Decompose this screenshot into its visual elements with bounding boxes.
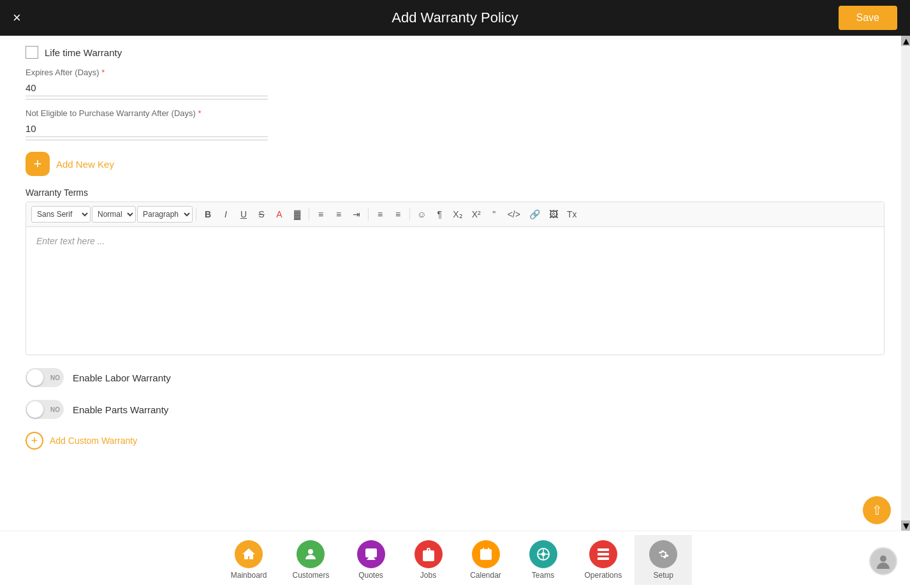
close-button[interactable]: × bbox=[13, 11, 21, 25]
font-color-button[interactable]: A bbox=[271, 206, 288, 223]
editor-placeholder: Enter text here ... bbox=[36, 236, 105, 246]
scroll-up-button[interactable]: ⇧ bbox=[863, 496, 891, 524]
parts-toggle-knob bbox=[27, 401, 43, 418]
scrollbar-track: ▲ ▼ bbox=[901, 36, 910, 531]
labor-warranty-row: NO Enable Labor Warranty bbox=[26, 368, 884, 387]
add-custom-label: Add Custom Warranty bbox=[50, 436, 137, 446]
not-eligible-row: Not Eligible to Purchase Warranty After … bbox=[26, 108, 884, 140]
align-left-button[interactable]: ≡ bbox=[372, 206, 388, 223]
quotes-icon bbox=[357, 540, 385, 568]
svg-rect-10 bbox=[598, 557, 609, 560]
nav-label-calendar: Calendar bbox=[470, 571, 501, 580]
lifetime-warranty-checkbox[interactable] bbox=[26, 46, 38, 59]
unordered-list-button[interactable]: ≡ bbox=[330, 206, 347, 223]
svg-point-11 bbox=[880, 555, 886, 562]
customers-icon bbox=[297, 540, 325, 568]
expires-after-row: Expires After (Days) * bbox=[26, 68, 884, 99]
not-eligible-label: Not Eligible to Purchase Warranty After … bbox=[26, 108, 884, 118]
svg-rect-1 bbox=[365, 548, 377, 557]
image-button[interactable]: 🖼 bbox=[545, 206, 562, 223]
warranty-terms-label: Warranty Terms bbox=[26, 187, 884, 198]
toolbar-divider-1 bbox=[196, 208, 196, 221]
ordered-list-button[interactable]: ≡ bbox=[312, 206, 329, 223]
page-title: Add Warranty Policy bbox=[392, 10, 518, 26]
main-content: Life time Warranty Expires After (Days) … bbox=[0, 36, 910, 531]
labor-warranty-toggle[interactable]: NO bbox=[26, 368, 64, 387]
expires-after-input[interactable] bbox=[26, 80, 268, 96]
nav-label-quotes: Quotes bbox=[358, 571, 383, 580]
mainboard-icon bbox=[235, 540, 263, 568]
toolbar-divider-3 bbox=[368, 208, 369, 221]
parts-warranty-row: NO Enable Parts Warranty bbox=[26, 400, 884, 419]
labor-toggle-no: NO bbox=[50, 374, 60, 381]
nav-item-teams[interactable]: Teams bbox=[515, 535, 572, 585]
nav-label-setup: Setup bbox=[654, 571, 673, 580]
toolbar-divider-4 bbox=[409, 208, 410, 221]
parts-warranty-toggle[interactable]: NO bbox=[26, 400, 64, 419]
nav-item-jobs[interactable]: Jobs bbox=[400, 535, 457, 585]
nav-item-calendar[interactable]: Calendar bbox=[457, 535, 515, 585]
subscript-button[interactable]: X₂ bbox=[449, 206, 466, 223]
add-new-key-icon: + bbox=[26, 152, 50, 176]
highlight-button[interactable]: ▓ bbox=[289, 206, 305, 223]
not-eligible-input[interactable] bbox=[26, 121, 268, 137]
clear-format-button[interactable]: Tx bbox=[563, 206, 581, 223]
scrollbar-arrow-down[interactable]: ▼ bbox=[901, 520, 910, 531]
nav-item-quotes[interactable]: Quotes bbox=[342, 535, 400, 585]
code-button[interactable]: </> bbox=[504, 206, 524, 223]
calendar-icon bbox=[472, 540, 500, 568]
strikethrough-button[interactable]: S bbox=[253, 206, 270, 223]
rich-text-editor: Sans Serif Serif Monospace Normal Small … bbox=[26, 202, 884, 355]
nav-label-mainboard: Mainboard bbox=[231, 571, 267, 580]
toolbar-divider-2 bbox=[309, 208, 309, 221]
header: × Add Warranty Policy Save bbox=[0, 0, 910, 36]
setup-icon bbox=[649, 540, 677, 568]
nav-label-customers: Customers bbox=[292, 571, 329, 580]
operations-icon bbox=[589, 540, 617, 568]
editor-body[interactable]: Enter text here ... bbox=[26, 227, 884, 355]
svg-rect-8 bbox=[598, 548, 609, 551]
add-new-key-label: Add New Key bbox=[56, 159, 114, 170]
underline-button[interactable]: U bbox=[235, 206, 252, 223]
emoji-button[interactable]: ☺ bbox=[413, 206, 430, 223]
lifetime-warranty-row: Life time Warranty bbox=[26, 46, 884, 59]
nav-item-operations[interactable]: Operations bbox=[572, 535, 635, 585]
italic-button[interactable]: I bbox=[217, 206, 234, 223]
editor-toolbar: Sans Serif Serif Monospace Normal Small … bbox=[26, 202, 884, 227]
font-size-select[interactable]: Normal Small Large bbox=[92, 206, 136, 223]
labor-warranty-label: Enable Labor Warranty bbox=[73, 372, 171, 383]
nav-label-teams: Teams bbox=[532, 571, 554, 580]
align-center-button[interactable]: ≡ bbox=[390, 206, 406, 223]
avatar-button[interactable] bbox=[869, 547, 897, 575]
paragraph-mark-button[interactable]: ¶ bbox=[431, 206, 448, 223]
nav-label-operations: Operations bbox=[585, 571, 622, 580]
nav-item-mainboard[interactable]: Mainboard bbox=[218, 535, 280, 585]
add-custom-icon: + bbox=[26, 432, 43, 450]
lifetime-warranty-label: Life time Warranty bbox=[45, 47, 122, 58]
parts-toggle-no: NO bbox=[50, 406, 60, 413]
svg-rect-9 bbox=[598, 553, 609, 555]
nav-label-jobs: Jobs bbox=[420, 571, 436, 580]
jobs-icon bbox=[415, 540, 443, 568]
font-family-select[interactable]: Sans Serif Serif Monospace bbox=[31, 206, 91, 223]
labor-toggle-knob bbox=[27, 369, 43, 386]
link-button[interactable]: 🔗 bbox=[525, 206, 544, 223]
scrollbar-arrow-up[interactable]: ▲ bbox=[901, 36, 910, 46]
nav-item-setup[interactable]: Setup bbox=[635, 535, 692, 585]
paragraph-select[interactable]: Paragraph Heading 1 Heading 2 bbox=[137, 206, 193, 223]
indent-button[interactable]: ⇥ bbox=[348, 206, 365, 223]
bold-button[interactable]: B bbox=[200, 206, 216, 223]
superscript-button[interactable]: X² bbox=[468, 206, 485, 223]
save-button[interactable]: Save bbox=[839, 6, 897, 30]
svg-rect-2 bbox=[480, 549, 492, 560]
expires-after-label: Expires After (Days) * bbox=[26, 68, 884, 77]
svg-point-0 bbox=[308, 549, 313, 554]
blockquote-button[interactable]: " bbox=[486, 206, 503, 223]
parts-warranty-label: Enable Parts Warranty bbox=[73, 404, 168, 415]
nav-item-customers[interactable]: Customers bbox=[279, 535, 342, 585]
warranty-terms-section: Warranty Terms Sans Serif Serif Monospac… bbox=[26, 187, 884, 355]
add-custom-warranty-row[interactable]: + Add Custom Warranty bbox=[26, 432, 884, 450]
add-new-key-row[interactable]: + Add New Key bbox=[26, 152, 884, 176]
bottom-navigation: Mainboard Customers Quotes Jobs Calendar… bbox=[0, 531, 910, 588]
teams-icon bbox=[529, 540, 557, 568]
